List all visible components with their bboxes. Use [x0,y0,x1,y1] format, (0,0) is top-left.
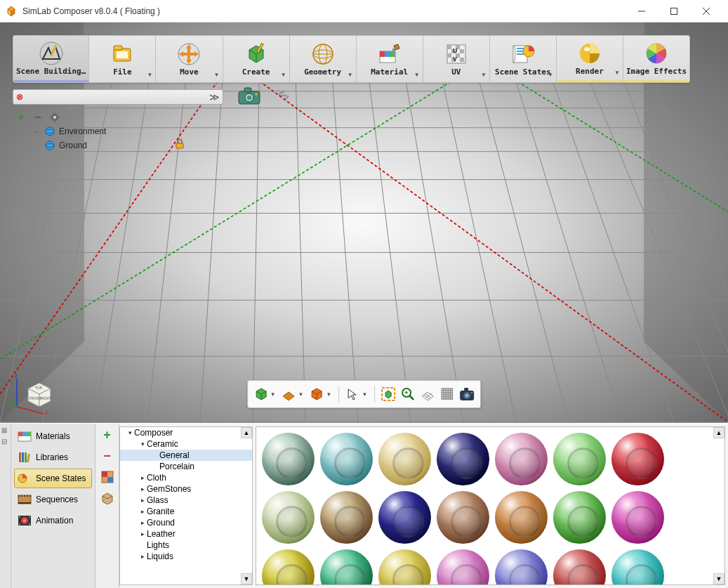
material-sphere[interactable] [611,433,664,485]
swatch-icon[interactable] [100,470,114,484]
camera-dark-icon[interactable] [458,385,476,403]
asset-tree-item[interactable]: ▸GemStones [120,483,252,495]
expand-icon[interactable]: ▸ [138,519,147,526]
expand-icon[interactable]: ▸ [138,485,147,492]
material-sphere[interactable] [437,549,489,585]
add-icon[interactable]: + [15,112,27,123]
asset-tree-item[interactable]: ▸Glass [120,495,252,506]
link-icon[interactable] [274,86,298,107]
fit-view-icon[interactable] [379,385,397,403]
viewport-3d[interactable]: Scene Building… File ▼ Move ▼ Create ▼ G… [0,22,728,423]
material-sphere[interactable] [495,491,548,544]
material-sphere[interactable] [611,549,664,585]
chevron-down-icon[interactable]: ▼ [270,391,276,398]
cube-green-icon[interactable] [252,385,270,403]
grid-dense-icon[interactable] [438,385,456,403]
ribbon-scene-states[interactable]: Scene States ▼ [490,36,557,82]
chevron-down-icon[interactable]: ▼ [362,391,367,398]
minimize-button[interactable] [626,0,658,22]
ribbon-file[interactable]: File ▼ [89,36,156,82]
material-sphere[interactable] [320,549,373,585]
tree-item-ground[interactable]: Ground [13,138,195,152]
ribbon-geometry[interactable]: Geometry ▼ [290,36,357,82]
material-sphere[interactable] [495,433,548,485]
cube-orange-icon[interactable] [308,385,326,403]
plane-orange-icon[interactable] [280,385,298,403]
chevron-down-icon[interactable]: ▼ [298,391,304,398]
gear-icon[interactable] [49,112,60,123]
expand-icon[interactable]: ▸ [138,553,147,560]
material-sphere[interactable] [378,491,431,544]
asset-tree-item[interactable]: Porcelain [120,461,252,472]
asset-tree-item[interactable]: ▸Ground [120,517,252,528]
material-sphere[interactable] [553,491,606,544]
add-asset-icon[interactable]: + [100,428,114,442]
tree-item-environment[interactable]: − Environment [13,125,195,138]
clear-search-icon[interactable]: ⊗ [16,92,26,102]
close-button[interactable] [690,0,722,22]
expand-icon[interactable]: ▸ [138,497,147,504]
tab-materials[interactable]: Materials [14,426,92,446]
expand-icon[interactable]: ▾ [138,440,147,447]
tab-libraries[interactable]: Libraries [14,447,92,467]
material-sphere[interactable] [553,433,606,485]
tab-sequences[interactable]: Sequences [14,490,92,509]
asset-tree-item[interactable]: ▸Cloth [120,472,252,483]
scroll-up-icon[interactable]: ▲ [713,427,724,438]
asset-grid[interactable]: ▲ ▼ [256,426,725,585]
remove-asset-icon[interactable]: − [100,449,114,463]
expand-search-icon[interactable]: ≫ [209,91,220,103]
camera-icon[interactable] [237,86,261,107]
scene-search-bar[interactable]: ⊗ ≫ [13,89,223,105]
expand-icon[interactable]: ▸ [138,530,147,537]
expand-icon[interactable]: ▸ [138,474,147,481]
asset-tree-item[interactable]: Lights [120,540,252,551]
asset-tree-item[interactable]: ▸Leather [120,528,252,540]
material-sphere[interactable] [320,433,373,485]
tab-scene-states[interactable]: Scene States [14,469,92,488]
material-sphere[interactable] [262,549,315,585]
maximize-button[interactable] [658,0,690,22]
view-cube[interactable]: z x TOP FRONT RIGHT [8,359,58,415]
asset-tree-item[interactable]: ▾Ceramic [120,438,252,450]
ribbon-render[interactable]: Render ▼ [557,36,623,82]
scroll-down-icon[interactable]: ▼ [241,573,252,584]
zoom-fit-icon[interactable]: + [399,385,417,403]
asset-tree-item[interactable]: ▾Composer [120,427,252,438]
tab-animation[interactable]: Animation [14,511,92,530]
material-sphere[interactable] [262,433,315,485]
scroll-down-icon[interactable]: ▼ [713,573,724,584]
select-cursor-icon[interactable] [343,385,362,403]
close-panel-icon[interactable]: ⊠ [1,426,10,435]
ribbon-scene-building[interactable]: Scene Building… [13,36,89,82]
ribbon-move[interactable]: Move ▼ [156,36,223,82]
ribbon-create[interactable]: Create ▼ [223,36,290,82]
collapse-panel-icon[interactable]: ⊟ [1,438,10,446]
scroll-up-icon[interactable]: ▲ [241,427,252,438]
material-sphere[interactable] [378,433,431,485]
material-sphere[interactable] [611,491,664,544]
ribbon-material[interactable]: Material ▼ [357,36,423,82]
chevron-down-icon: ▼ [414,72,420,78]
asset-tree[interactable]: ▲ ▼ ▾Composer▾CeramicGeneralPorcelain▸Cl… [119,426,253,585]
wireframe-plane-icon[interactable] [418,385,437,403]
ribbon-image-effects[interactable]: Image Effects [623,36,689,82]
material-sphere[interactable] [378,549,431,585]
lock-icon[interactable] [176,139,184,151]
expand-icon[interactable]: ▾ [126,429,134,436]
material-sphere[interactable] [262,491,315,544]
material-sphere[interactable] [553,549,606,585]
asset-tree-item[interactable]: ▸Granite [120,506,252,517]
expand-icon[interactable]: ▸ [138,508,147,515]
ribbon-uv[interactable]: UV UV ▼ [423,36,490,82]
material-sphere[interactable] [320,491,373,544]
material-sphere[interactable] [495,549,548,585]
material-sphere[interactable] [437,433,489,485]
box-open-icon[interactable] [100,491,114,505]
asset-tree-item[interactable]: General [120,450,252,461]
material-sphere[interactable] [437,491,489,544]
remove-icon[interactable]: − [32,112,44,123]
asset-tree-item[interactable]: ▸Liquids [120,551,252,562]
expand-icon[interactable]: − [34,128,41,136]
chevron-down-icon[interactable]: ▼ [326,391,332,398]
